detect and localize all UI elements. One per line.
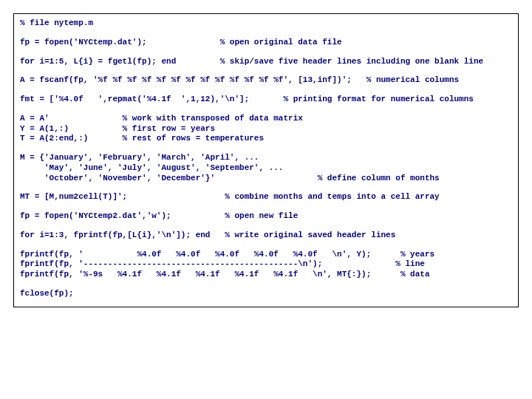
code-line: fclose(fp); xyxy=(20,289,512,299)
code-line: MT = [M,num2cell(T)]'; % combine months … xyxy=(20,192,512,202)
code-line: fp = fopen('NYCtemp.dat'); % open origin… xyxy=(20,38,512,48)
code-line: for i=1:5, L{i} = fgetl(fp); end % skip/… xyxy=(20,57,512,67)
code-line: 'October', 'November', 'December'}' % de… xyxy=(20,174,512,184)
code-line: A = A' % work with transposed of data ma… xyxy=(20,114,512,124)
code-block: % file nytemp.m fp = fopen('NYCtemp.dat'… xyxy=(13,13,519,307)
code-line: T = A(2:end,:) % rest of rows = temperat… xyxy=(20,134,512,144)
code-line: fprintf(fp, '%-9s %4.1f %4.1f %4.1f %4.1… xyxy=(20,270,512,280)
code-line: % file nytemp.m xyxy=(20,18,512,29)
code-line: 'May', 'June', 'July', 'August', 'Septem… xyxy=(20,163,512,174)
code-line: fmt = ['%4.0f ',repmat('%4.1f ',1,12),'\… xyxy=(20,95,512,105)
code-line: A = fscanf(fp, '%f %f %f %f %f %f %f %f … xyxy=(20,75,512,86)
code-line: fprintf(fp, ' %4.0f %4.0f %4.0f %4.0f %4… xyxy=(20,250,512,260)
code-line: Y = A(1,:) % first row = years xyxy=(20,124,512,134)
code-line: fp = fopen('NYCtemp2.dat','w'); % open n… xyxy=(20,211,512,222)
code-line: fprintf(fp, '---------------------------… xyxy=(20,259,512,270)
code-line: M = {'January', 'February', 'March', 'Ap… xyxy=(20,153,512,163)
code-line: for i=1:3, fprintf(fp,[L{i},'\n']); end … xyxy=(20,231,512,241)
